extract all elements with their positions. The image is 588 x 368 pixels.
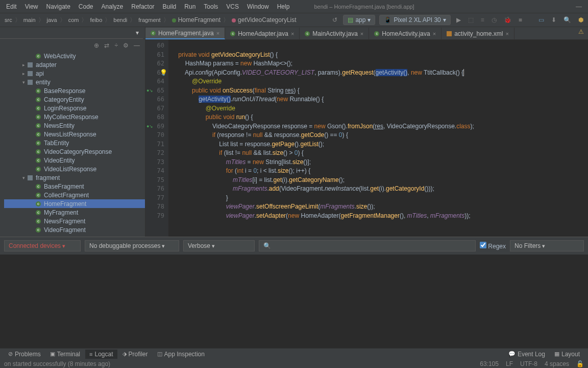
editor-tab[interactable]: cMainActivity.java× (300, 28, 369, 39)
file-encoding[interactable]: UTF-8 (520, 360, 537, 367)
intention-bulb-icon[interactable]: 💡 (160, 68, 167, 78)
attach-icon[interactable]: 🐞 (502, 16, 513, 24)
tree-item-baseresponse[interactable]: cBaseResponse (4, 86, 145, 95)
collapse-icon[interactable]: ÷ (114, 42, 118, 49)
code-editor[interactable]: 💡 ●↘ ●↘ 60616263646566676869707172737475… (145, 40, 588, 237)
run-icon[interactable]: ▶ (455, 16, 462, 24)
breadcrumb[interactable]: getVideoCategoryList (230, 16, 298, 24)
tree-item-newsfragment[interactable]: cNewsFragment (4, 217, 145, 225)
breadcrumb[interactable]: feibo (88, 17, 104, 23)
device-selector[interactable]: 📱Pixel 2 XL API 30▾ (379, 15, 450, 25)
target-icon[interactable]: ⊕ (94, 42, 99, 49)
event-log-tool[interactable]: 💬 Event Log (504, 350, 549, 359)
avd-icon[interactable]: ▭ (537, 16, 546, 24)
expand-icon[interactable]: ⇄ (104, 42, 109, 49)
tree-item-categoryentity[interactable]: cCategoryEntity (4, 95, 145, 104)
layout-inspector-tool[interactable]: ▦ Layout (550, 350, 584, 359)
menu-help[interactable]: Help (273, 2, 294, 12)
profiler-tool[interactable]: ⬗ Profiler (118, 350, 152, 359)
tree-item-collectfragment[interactable]: cCollectFragment (4, 191, 145, 199)
log-search-input[interactable]: 🔍 (259, 240, 476, 251)
coverage-icon[interactable]: ≡ (479, 16, 486, 24)
menu-window[interactable]: Window (243, 2, 273, 12)
tree-item-mycollectresponse[interactable]: cMyCollectResponse (4, 112, 145, 121)
gear-icon[interactable]: ⚙ (123, 42, 129, 49)
close-icon[interactable]: × (216, 30, 219, 36)
menu-analyze[interactable]: Analyze (97, 2, 128, 12)
app-inspection-tool[interactable]: ◫ App Inspection (153, 350, 209, 359)
editor-tab[interactable]: cHomeFragment.java× (145, 28, 225, 39)
tree-item-api[interactable]: ▸api (4, 69, 145, 78)
tree-item-adapter[interactable]: ▸adapter (4, 60, 145, 69)
tree-item-entity[interactable]: ▾entity (4, 78, 145, 86)
code-lines[interactable]: private void getVideoCategoryList() { Ha… (168, 40, 588, 237)
tree-item-videofragment[interactable]: cVideoFragment (4, 225, 145, 234)
tree-item-videocategoryresponse[interactable]: cVideoCategoryResponse (4, 147, 145, 156)
project-tree[interactable]: cWebActivity▸adapter▸api▾entitycBaseResp… (0, 52, 145, 237)
problems-tool[interactable]: ⊘ Problems (4, 350, 45, 359)
tree-item-webactivity[interactable]: cWebActivity (4, 52, 145, 60)
breadcrumb[interactable]: com (67, 17, 81, 23)
settings-icon[interactable]: ⬢ (577, 16, 585, 24)
terminal-tool[interactable]: ▣ Terminal (46, 350, 84, 359)
logcat-tool[interactable]: ≡ Logcat (85, 350, 117, 359)
device-dropdown[interactable]: Connected devices ▾ (4, 240, 81, 251)
project-view-selector[interactable]: Select▾ (0, 27, 143, 39)
editor-tab[interactable]: cHomeActivity.java× (369, 28, 442, 39)
close-icon[interactable]: × (360, 31, 363, 37)
menu-vcs[interactable]: VCS (222, 2, 243, 12)
menu-code[interactable]: Code (75, 2, 97, 12)
stop-icon[interactable]: ■ (517, 16, 524, 24)
line-separator[interactable]: LF (506, 360, 513, 367)
sync-icon[interactable]: ↺ (331, 16, 339, 24)
menu-run[interactable]: Run (180, 2, 200, 12)
tree-item-fragment[interactable]: ▾fragment (4, 173, 145, 182)
debug-icon[interactable]: ⬚ (467, 16, 475, 24)
breadcrumb[interactable]: src (3, 17, 14, 23)
profile-icon[interactable]: ◷ (490, 16, 498, 24)
gutter[interactable]: 💡 ●↘ ●↘ 60616263646566676869707172737475… (145, 40, 168, 237)
tree-item-homefragment[interactable]: cHomeFragment (4, 199, 145, 208)
readonly-icon[interactable]: 🔓 (576, 360, 584, 367)
tree-item-videolistresponse[interactable]: cVideoListResponse (4, 165, 145, 173)
editor-tab[interactable]: cHomeAdapter.java× (225, 28, 300, 39)
regex-checkbox[interactable]: Regex (480, 242, 506, 250)
breadcrumb[interactable]: HomeFragment (170, 16, 222, 24)
project-tool-window: Select▾ ⊕ ⇄ ÷ ⚙ — cWebActivity▸adapter▸a… (0, 27, 145, 237)
close-icon[interactable]: × (291, 31, 294, 37)
close-icon[interactable]: × (506, 31, 509, 37)
menu-tools[interactable]: Tools (200, 2, 222, 12)
tree-item-newslistresponse[interactable]: cNewsListResponse (4, 130, 145, 139)
indent-settings[interactable]: 4 spaces (545, 360, 569, 367)
menu-view[interactable]: View (21, 2, 42, 12)
cursor-position[interactable]: 63:105 (480, 360, 499, 367)
logcat-output[interactable] (0, 255, 588, 347)
close-icon[interactable]: × (433, 31, 436, 37)
warning-indicator-icon[interactable]: ⚠ (578, 28, 584, 35)
editor-tab[interactable]: activity_home.xml× (442, 28, 514, 39)
menu-build[interactable]: Build (159, 2, 181, 12)
hide-icon[interactable]: — (134, 42, 140, 49)
run-config-selector[interactable]: ▤app▾ (343, 15, 375, 25)
tree-item-myfragment[interactable]: cMyFragment (4, 208, 145, 217)
override-gutter-icon[interactable]: ●↘ (146, 122, 153, 131)
breadcrumb[interactable]: java (45, 17, 59, 23)
tree-item-loginresponse[interactable]: cLoginResponse (4, 104, 145, 112)
process-dropdown[interactable]: No debuggable processes ▾ (85, 240, 179, 251)
search-icon[interactable]: 🔍 (562, 16, 573, 24)
tree-item-videoentity[interactable]: cVideoEntity (4, 156, 145, 165)
menu-edit[interactable]: Edit (2, 2, 21, 12)
breadcrumb[interactable]: fragment (137, 17, 162, 23)
menu-refactor[interactable]: Refactor (127, 2, 158, 12)
sdk-icon[interactable]: ⬇ (550, 16, 558, 24)
tree-item-tabentity[interactable]: cTabEntity (4, 139, 145, 147)
breadcrumb[interactable]: bendi (112, 17, 129, 23)
loglevel-dropdown[interactable]: Verbose ▾ (183, 240, 255, 251)
minimize-icon[interactable]: — (576, 3, 582, 10)
tree-item-basefragment[interactable]: cBaseFragment (4, 182, 145, 191)
filter-dropdown[interactable]: No Filters ▾ (510, 240, 584, 251)
tree-item-newsentity[interactable]: cNewsEntity (4, 121, 145, 130)
menu-navigate[interactable]: Navigate (42, 2, 74, 12)
override-gutter-icon[interactable]: ●↘ (146, 86, 153, 96)
breadcrumb[interactable]: main (22, 17, 37, 23)
